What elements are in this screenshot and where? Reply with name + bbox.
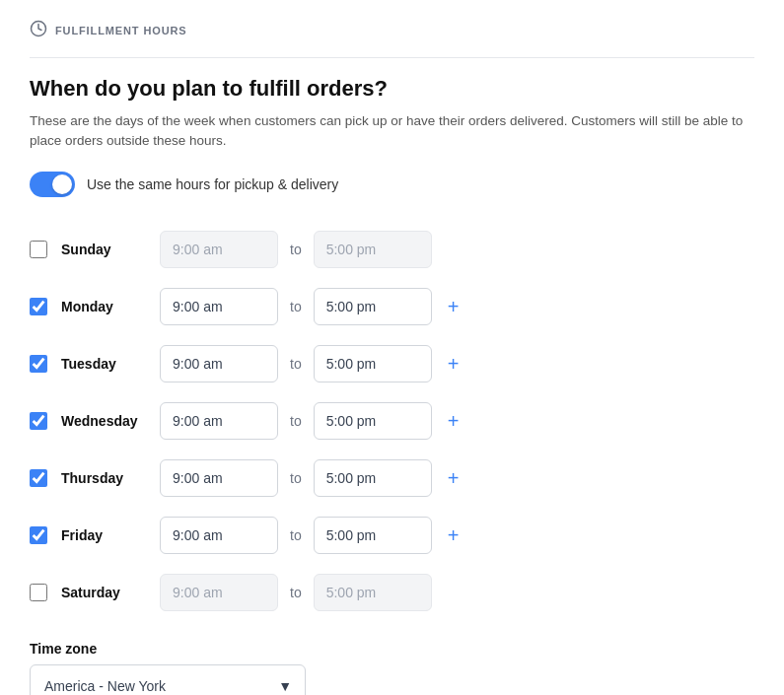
day-row-friday: Friday to + xyxy=(30,507,754,564)
same-hours-toggle-row: Use the same hours for pickup & delivery xyxy=(30,172,754,197)
friday-start-input[interactable] xyxy=(160,517,278,554)
monday-checkbox[interactable] xyxy=(30,298,47,315)
days-grid: Sunday to Monday to + Tuesday to + Wedne… xyxy=(30,221,754,621)
day-row-monday: Monday to + xyxy=(30,278,754,335)
timezone-section: Time zone America - New York America - L… xyxy=(30,641,754,696)
monday-label: Monday xyxy=(61,299,160,314)
day-row-wednesday: Wednesday to + xyxy=(30,392,754,450)
toggle-label: Use the same hours for pickup & delivery xyxy=(87,176,338,192)
saturday-to-label: to xyxy=(290,585,302,600)
tuesday-add-button[interactable]: + xyxy=(440,354,467,374)
wednesday-label: Wednesday xyxy=(61,413,160,429)
saturday-label: Saturday xyxy=(61,585,160,600)
thursday-to-label: to xyxy=(290,470,302,486)
tuesday-checkbox[interactable] xyxy=(30,355,47,373)
monday-end-input[interactable] xyxy=(314,288,432,325)
sunday-label: Sunday xyxy=(61,242,160,257)
wednesday-start-input[interactable] xyxy=(160,402,278,440)
thursday-start-input[interactable] xyxy=(160,459,278,497)
friday-checkbox[interactable] xyxy=(30,526,47,544)
day-row-sunday: Sunday to xyxy=(30,221,754,278)
thursday-end-input[interactable] xyxy=(314,459,432,497)
saturday-checkbox[interactable] xyxy=(30,584,47,601)
monday-start-input[interactable] xyxy=(160,288,278,325)
monday-to-label: to xyxy=(290,299,302,314)
timezone-select-wrapper: America - New York America - Los Angeles… xyxy=(30,664,306,696)
tuesday-end-input[interactable] xyxy=(314,345,432,382)
wednesday-end-input[interactable] xyxy=(314,402,432,440)
friday-add-button[interactable]: + xyxy=(440,525,467,545)
thursday-checkbox[interactable] xyxy=(30,469,47,487)
day-row-saturday: Saturday to xyxy=(30,564,754,621)
same-hours-toggle[interactable] xyxy=(30,172,75,197)
wednesday-add-button[interactable]: + xyxy=(440,411,467,431)
timezone-select[interactable]: America - New York America - Los Angeles… xyxy=(30,664,306,696)
sunday-to-label: to xyxy=(290,242,302,257)
tuesday-start-input[interactable] xyxy=(160,345,278,382)
sunday-checkbox[interactable] xyxy=(30,241,47,258)
friday-to-label: to xyxy=(290,527,302,543)
tuesday-to-label: to xyxy=(290,356,302,372)
page-description: These are the days of the week when cust… xyxy=(30,111,754,152)
wednesday-to-label: to xyxy=(290,413,302,429)
section-header: FULFILLMENT HOURS xyxy=(30,20,754,58)
friday-end-input[interactable] xyxy=(314,517,432,554)
tuesday-label: Tuesday xyxy=(61,356,160,372)
sunday-start-input[interactable] xyxy=(160,231,278,268)
saturday-end-input[interactable] xyxy=(314,574,432,611)
saturday-start-input[interactable] xyxy=(160,574,278,611)
clock-icon xyxy=(30,20,47,41)
friday-label: Friday xyxy=(61,527,160,543)
day-row-tuesday: Tuesday to + xyxy=(30,335,754,392)
thursday-label: Thursday xyxy=(61,470,160,486)
thursday-add-button[interactable]: + xyxy=(440,468,467,488)
section-title: FULFILLMENT HOURS xyxy=(55,25,187,36)
timezone-label: Time zone xyxy=(30,641,754,657)
day-row-thursday: Thursday to + xyxy=(30,450,754,507)
wednesday-checkbox[interactable] xyxy=(30,412,47,430)
monday-add-button[interactable]: + xyxy=(440,297,467,316)
page-heading: When do you plan to fulfill orders? xyxy=(30,76,754,102)
sunday-end-input[interactable] xyxy=(314,231,432,268)
